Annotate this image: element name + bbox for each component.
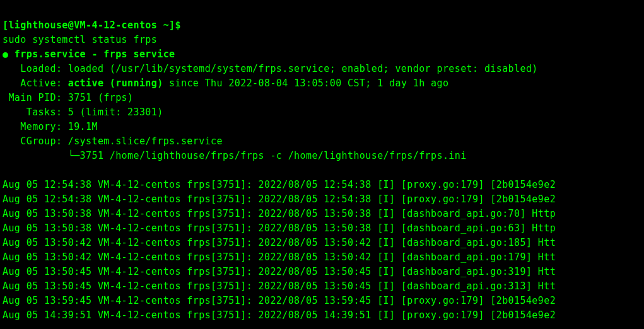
- log-line: Aug 05 13:50:42 VM-4-12-centos frps[3751…: [3, 237, 556, 248]
- log-line: Aug 05 13:50:45 VM-4-12-centos frps[3751…: [3, 280, 556, 292]
- log-line: Aug 05 12:54:38 VM-4-12-centos frps[3751…: [3, 193, 556, 205]
- cgroup-child-line: └─3751 /home/lighthouse/frps/frps -c /ho…: [3, 150, 467, 161]
- mainpid-line: Main PID: 3751 (frps): [3, 92, 133, 103]
- tasks-line: Tasks: 5 (limit: 23301): [3, 107, 163, 118]
- cgroup-line: CGroup: /system.slice/frps.service: [3, 136, 223, 147]
- shell-prompt: [lighthouse@VM-4-12-centos ~]$: [3, 20, 187, 31]
- memory-line: Memory: 19.1M: [3, 121, 98, 132]
- log-line: Aug 05 12:54:38 VM-4-12-centos frps[3751…: [3, 179, 556, 190]
- terminal[interactable]: [lighthouse@VM-4-12-centos ~]$ sudo syst…: [0, 0, 644, 325]
- log-line: Aug 05 13:50:38 VM-4-12-centos frps[3751…: [3, 222, 556, 234]
- log-line: Aug 05 14:39:51 VM-4-12-centos frps[3751…: [3, 309, 556, 321]
- log-line: Aug 05 13:59:45 VM-4-12-centos frps[3751…: [3, 295, 556, 306]
- service-name-line: frps.service - frps service: [8, 49, 175, 60]
- active-tail: since Thu 2022-08-04 13:05:00 CST; 1 day…: [163, 78, 449, 89]
- active-state: active (running): [68, 78, 163, 89]
- log-line: Aug 05 13:50:45 VM-4-12-centos frps[3751…: [3, 266, 556, 277]
- log-line: Aug 05 13:50:38 VM-4-12-centos frps[3751…: [3, 208, 556, 219]
- command-line: sudo systemctl status frps: [3, 34, 157, 45]
- loaded-line: Loaded: loaded (/usr/lib/systemd/system/…: [3, 63, 538, 74]
- active-prefix: Active:: [3, 78, 68, 89]
- log-line: Aug 05 13:50:42 VM-4-12-centos frps[3751…: [3, 251, 556, 263]
